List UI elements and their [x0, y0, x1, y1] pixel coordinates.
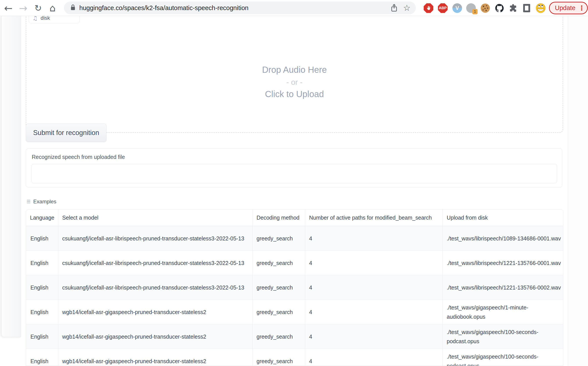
dropzone-subtitle: Click to Upload — [26, 89, 563, 99]
example-row[interactable]: Englishwgb14/icefall-asr-gigaspeech-prun… — [26, 300, 563, 324]
audio-dropzone[interactable]: Drop Audio Here - or - Click to Upload — [26, 6, 563, 133]
kebab-menu-icon[interactable]: ⋮ — [579, 4, 585, 12]
submit-for-recognition-button[interactable]: Submit for recognition — [26, 124, 106, 142]
example-row[interactable]: Englishwgb14/icefall-asr-gigaspeech-prun… — [26, 324, 563, 349]
left-rail — [1, 14, 21, 337]
home-button[interactable]: ⌂ — [46, 0, 59, 16]
grin-emoji-icon — [536, 3, 546, 13]
profile-avatar[interactable] — [536, 3, 546, 13]
output-label: Recognized speech from uploaded file — [32, 154, 125, 160]
back-icon: ← — [4, 2, 13, 14]
table-cell: greedy_search — [253, 349, 305, 366]
table-cell: wgb14/icefall-asr-gigaspeech-pruned-tran… — [58, 349, 253, 366]
adblock-extension-icon[interactable] — [423, 3, 434, 13]
address-bar[interactable]: huggingface.co/spaces/k2-fsa/automatic-s… — [64, 1, 416, 14]
table-cell: ./test_wavs/gigaspeech/1-minute-audioboo… — [443, 300, 563, 324]
url-text: huggingface.co/spaces/k2-fsa/automatic-s… — [79, 4, 249, 12]
dropzone-title: Drop Audio Here — [26, 64, 563, 75]
github-extension-icon[interactable] — [494, 3, 505, 13]
extension-badge: 1 — [472, 9, 478, 14]
table-cell: 4 — [305, 300, 443, 324]
recognized-speech-output[interactable] — [31, 164, 557, 183]
table-cell: English — [26, 349, 58, 366]
list-icon: ☰ — [27, 199, 31, 204]
example-row[interactable]: Englishcsukuangfj/icefall-asr-librispeec… — [26, 251, 563, 275]
chrome-update-button[interactable]: Update ⋮ — [549, 2, 588, 14]
browser-toolbar: ← → ↻ ⌂ huggingface.co/spaces/k2-fsa/aut… — [0, 0, 588, 16]
lock-icon — [70, 4, 76, 12]
cookie-extension-icon[interactable] — [480, 3, 490, 13]
column-header: Decoding method — [253, 210, 305, 226]
table-cell: wgb14/icefall-asr-gigaspeech-pruned-tran… — [58, 324, 253, 349]
table-cell: English — [26, 275, 58, 300]
table-cell: csukuangfj/icefall-asr-librispeech-prune… — [58, 251, 253, 275]
column-header: Select a model — [58, 210, 253, 226]
recognized-speech-panel: Recognized speech from uploaded file — [26, 148, 562, 188]
table-cell: greedy_search — [253, 275, 305, 300]
browser-scrollbar[interactable] — [568, 16, 588, 366]
reload-icon: ↻ — [34, 3, 42, 13]
hand-icon — [426, 6, 431, 11]
table-cell: 4 — [305, 324, 443, 349]
reload-button[interactable]: ↻ — [31, 0, 45, 16]
example-row[interactable]: Englishcsukuangfj/icefall-asr-librispeec… — [26, 226, 563, 251]
table-cell: ./test_wavs/librispeech/1089-134686-0001… — [443, 226, 563, 251]
examples-label: Examples — [33, 198, 56, 205]
example-row[interactable]: Englishcsukuangfj/icefall-asr-librispeec… — [26, 275, 563, 300]
table-cell: wgb14/icefall-asr-gigaspeech-pruned-tran… — [58, 300, 253, 324]
column-header: Language — [26, 210, 58, 226]
table-cell: ./test_wavs/librispeech/1221-135766-0002… — [443, 275, 563, 300]
table-cell: ./test_wavs/gigaspeech/100-seconds-podca… — [443, 349, 563, 366]
column-header: Number of active paths for modified_beam… — [305, 210, 443, 226]
back-button[interactable]: ← — [2, 0, 15, 16]
examples-table-container: LanguageSelect a modelDecoding methodNum… — [26, 209, 563, 366]
column-header: Upload from disk — [443, 210, 563, 226]
table-cell: English — [26, 251, 58, 275]
examples-header: ☰ Examples — [27, 198, 56, 205]
music-note-icon: ♫ — [32, 15, 38, 21]
table-cell: 4 — [305, 349, 443, 366]
table-cell: ./test_wavs/gigaspeech/100-seconds-podca… — [443, 324, 563, 349]
notifier-extension-icon[interactable]: 1 — [466, 3, 476, 13]
bookmark-star-icon[interactable]: ☆ — [403, 4, 411, 12]
table-cell: 4 — [305, 275, 443, 300]
table-cell: 4 — [305, 226, 443, 251]
table-cell: English — [26, 226, 58, 251]
table-cell: greedy_search — [253, 324, 305, 349]
dropzone-divider: - or - — [26, 77, 563, 87]
table-cell: greedy_search — [253, 300, 305, 324]
examples-table: LanguageSelect a modelDecoding methodNum… — [26, 210, 563, 366]
page-content: Drop Audio Here - or - Click to Upload ♫… — [0, 16, 588, 366]
forward-button[interactable]: → — [17, 0, 30, 16]
table-cell: English — [26, 300, 58, 324]
table-cell: greedy_search — [253, 251, 305, 275]
reading-mode-icon[interactable] — [522, 3, 532, 13]
abp-extension-icon[interactable]: ABP — [438, 3, 448, 13]
table-cell: greedy_search — [253, 226, 305, 251]
browser-window: ← → ↻ ⌂ huggingface.co/spaces/k2-fsa/aut… — [0, 0, 588, 366]
vimium-extension-icon[interactable]: V — [452, 3, 462, 13]
table-cell: English — [26, 324, 58, 349]
share-icon[interactable] — [391, 4, 397, 12]
table-cell: csukuangfj/icefall-asr-librispeech-prune… — [58, 226, 253, 251]
example-row[interactable]: Englishwgb14/icefall-asr-gigaspeech-prun… — [26, 349, 563, 366]
home-icon: ⌂ — [50, 2, 56, 14]
table-cell: csukuangfj/icefall-asr-librispeech-prune… — [58, 275, 253, 300]
forward-icon: → — [19, 2, 28, 14]
table-cell: ./test_wavs/librispeech/1221-135766-0001… — [443, 251, 563, 275]
table-cell: 4 — [305, 251, 443, 275]
update-label: Update — [555, 4, 575, 12]
puzzle-extensions-menu-icon[interactable] — [508, 3, 518, 13]
